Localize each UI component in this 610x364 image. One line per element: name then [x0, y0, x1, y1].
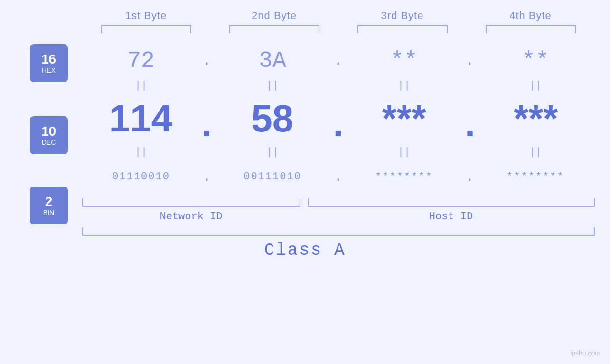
dec-byte4-cell: *** [477, 97, 595, 140]
hex-byte2-cell: 3A [213, 48, 331, 74]
bin-byte3-value: ******** [375, 171, 433, 183]
dec-badge-number: 10 [41, 124, 56, 139]
hex-byte3-value: ** [390, 48, 418, 74]
eq1-cell1: || [82, 80, 200, 92]
dec-badge: 10 DEC [30, 116, 68, 154]
eq-row-2: || || || || [82, 145, 595, 159]
top-bracket-4 [486, 25, 576, 33]
dec-byte2-value: 58 [251, 97, 293, 140]
eq1-cell4: || [476, 80, 594, 92]
eq-row-1: || || || || [82, 78, 595, 93]
top-bracket-2 [229, 25, 319, 33]
hex-byte1-value: 72 [127, 48, 155, 74]
bin-byte2-cell: 00111010 [213, 171, 331, 183]
hex-byte4-value: ** [522, 48, 549, 74]
eq2-cell4: || [476, 146, 594, 158]
host-id-bracket [308, 198, 595, 207]
byte1-label: 1st Byte [125, 9, 167, 21]
network-id-bracket [82, 198, 300, 207]
hex-byte3-cell: ** [345, 48, 463, 74]
class-label-row: Class A [0, 241, 610, 260]
byte1-col-header: 1st Byte [82, 9, 210, 22]
host-id-label-container: Host ID [308, 211, 595, 223]
bracket-col-1 [82, 25, 210, 33]
large-bracket-container [82, 227, 595, 236]
hex-badge: 16 HEX [30, 44, 68, 82]
dec-byte4-value: *** [514, 97, 558, 140]
hex-byte1-cell: 72 [82, 48, 200, 74]
hex-sep1: . [200, 52, 214, 69]
dec-byte3-cell: *** [346, 97, 463, 140]
class-label: Class A [264, 241, 346, 260]
hex-badge-label: HEX [42, 66, 56, 74]
badge-column: 16 HEX 10 DEC 2 BIN [16, 36, 82, 236]
byte-labels-row: 1st Byte 2nd Byte 3rd Byte 4th Byte [0, 0, 610, 22]
data-area: 72 . 3A . ** . ** || || [82, 36, 595, 236]
bin-byte1-cell: 01110010 [82, 171, 200, 183]
eq1-cell3: || [345, 80, 463, 92]
bin-sep3: . [463, 168, 477, 186]
hex-byte4-cell: ** [476, 48, 594, 74]
top-bracket-3 [357, 25, 448, 33]
dec-badge-label: DEC [42, 139, 56, 146]
byte4-col-header: 4th Byte [467, 9, 595, 22]
dec-byte1-value: 114 [109, 97, 172, 140]
bin-byte3-cell: ******** [345, 171, 463, 183]
main-container: 1st Byte 2nd Byte 3rd Byte 4th Byte [0, 0, 610, 364]
dec-sep3: . [463, 104, 477, 148]
dec-byte1-cell: 114 [82, 97, 200, 140]
id-labels: Network ID Host ID [82, 211, 595, 223]
bottom-brackets-container [82, 198, 595, 207]
top-brackets-row [0, 25, 610, 33]
bracket-col-2 [210, 25, 338, 33]
bin-sep2: . [332, 168, 345, 186]
bin-byte2-value: 00111010 [244, 171, 301, 183]
top-bracket-1 [101, 25, 191, 33]
byte4-label: 4th Byte [509, 9, 552, 21]
byte2-label: 2nd Byte [252, 9, 297, 21]
bracket-col-3 [338, 25, 467, 33]
byte2-col-header: 2nd Byte [210, 9, 338, 22]
eq2-cell3: || [345, 146, 463, 158]
bin-badge-label: BIN [43, 209, 54, 216]
hex-sep2: . [332, 52, 345, 69]
eq1-cell2: || [213, 80, 331, 92]
class-bracket [82, 227, 595, 236]
hex-badge-number: 16 [41, 52, 56, 67]
dec-byte2-cell: 58 [214, 97, 331, 140]
bin-badge: 2 BIN [30, 187, 68, 224]
eq2-cell2: || [213, 146, 331, 158]
byte3-label: 3rd Byte [381, 9, 424, 21]
bracket-col-4 [467, 25, 595, 33]
dec-sep2: . [331, 104, 346, 148]
bin-sep1: . [200, 168, 214, 186]
network-id-label-container: Network ID [82, 211, 300, 223]
byte3-col-header: 3rd Byte [338, 9, 467, 22]
bin-badge-number: 2 [45, 195, 53, 209]
eq2-cell1: || [82, 146, 200, 158]
dec-sep1: . [199, 104, 214, 148]
watermark: ipshu.com [570, 349, 601, 357]
dec-row: 114 . 58 . *** . *** [82, 93, 595, 145]
hex-row: 72 . 3A . ** . ** [82, 43, 595, 78]
dec-byte3-value: *** [382, 97, 426, 140]
bin-row: 01110010 . 00111010 . ******** . *******… [82, 159, 595, 195]
network-id-label: Network ID [160, 211, 222, 223]
host-id-label: Host ID [429, 211, 473, 223]
bin-byte1-value: 01110010 [112, 171, 170, 183]
hex-byte2-value: 3A [259, 48, 286, 74]
hex-sep3: . [463, 52, 477, 69]
bin-byte4-value: ******** [507, 171, 564, 183]
bin-byte4-cell: ******** [476, 171, 594, 183]
